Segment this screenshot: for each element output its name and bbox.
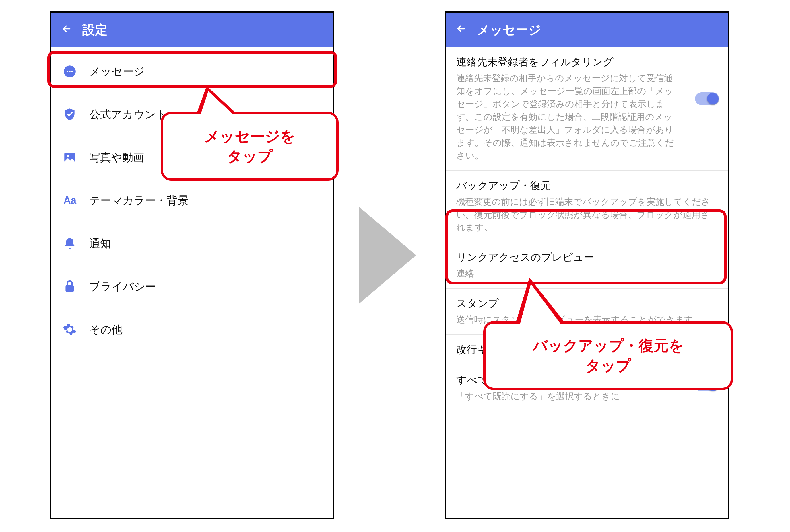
setting-desc: 連絡 — [456, 267, 717, 280]
gear-icon — [62, 322, 78, 338]
back-button[interactable] — [454, 23, 468, 37]
appbar-title: メッセージ — [477, 21, 541, 38]
callout-tail-fill — [200, 91, 236, 117]
image-icon — [62, 149, 78, 166]
list-item-label: メッセージ — [89, 64, 145, 79]
settings-item-message[interactable]: メッセージ — [51, 50, 333, 93]
setting-title: リンクアクセスのプレビュー — [456, 250, 717, 264]
callout-tail-fill — [520, 284, 561, 324]
phone-left: 設定 メッセージ 公式アカウント 写真や動画 Aa テーマカラー・背景 — [50, 12, 334, 519]
svg-point-3 — [71, 71, 73, 72]
list-item-label: 写真や動画 — [89, 150, 144, 165]
phone-right: メッセージ 連絡先未登録者をフィルタリング 連絡先未登録の相手からのメッセージに… — [445, 12, 729, 519]
chat-bubble-icon — [62, 63, 78, 79]
appbar-settings: 設定 — [51, 13, 333, 47]
back-button[interactable] — [59, 23, 74, 37]
setting-title: 連絡先未登録者をフィルタリング — [456, 55, 717, 69]
appbar-message: メッセージ — [446, 13, 728, 47]
svg-point-1 — [67, 71, 68, 72]
setting-desc: 「すべて既読にする」を選択するときに — [456, 390, 717, 403]
setting-backup-restore[interactable]: バックアップ・復元 機種変更の前には必ず旧端末でバックアップを実施してください。… — [446, 171, 728, 243]
list-item-label: その他 — [89, 322, 123, 337]
chevron-right-icon — [359, 207, 416, 304]
setting-link-preview[interactable]: リンクアクセスのプレビュー 連絡 — [446, 242, 728, 288]
list-item-label: テーマカラー・背景 — [89, 193, 188, 208]
arrow-left-icon — [456, 23, 466, 37]
callout-tap-message: メッセージを タップ — [161, 112, 338, 181]
setting-title: スタンプ — [456, 297, 717, 310]
callout-tap-backup: バックアップ・復元を タップ — [483, 321, 733, 390]
shield-check-icon — [62, 107, 78, 122]
lock-icon — [62, 279, 78, 294]
settings-item-notifications[interactable]: 通知 — [51, 222, 333, 265]
setting-filter-unknown[interactable]: 連絡先未登録者をフィルタリング 連絡先未登録の相手からのメッセージに対して受信通… — [446, 47, 728, 171]
svg-point-2 — [69, 71, 70, 72]
appbar-title: 設定 — [82, 21, 108, 38]
settings-item-other[interactable]: その他 — [51, 308, 333, 351]
svg-rect-6 — [66, 285, 74, 292]
setting-desc: 機種変更の前には必ず旧端末でバックアップを実施してください。復元前後でブロック状… — [456, 195, 717, 234]
settings-item-privacy[interactable]: プライバシー — [51, 265, 333, 308]
setting-desc: 連絡先未登録の相手からのメッセージに対して受信通知をオフにし、メッセージ一覧の画… — [456, 72, 717, 162]
setting-title: バックアップ・復元 — [456, 179, 717, 193]
svg-point-5 — [67, 155, 69, 157]
list-item-label: 通知 — [89, 236, 111, 251]
settings-list: メッセージ 公式アカウント 写真や動画 Aa テーマカラー・背景 通知 — [51, 47, 333, 351]
list-item-label: 公式アカウント — [89, 107, 167, 122]
bell-icon — [62, 235, 78, 251]
toggle-filter-unknown[interactable] — [695, 92, 719, 105]
settings-item-theme[interactable]: Aa テーマカラー・背景 — [51, 179, 333, 222]
aa-icon: Aa — [62, 192, 78, 209]
arrow-left-icon — [61, 23, 72, 37]
list-item-label: プライバシー — [89, 279, 156, 294]
